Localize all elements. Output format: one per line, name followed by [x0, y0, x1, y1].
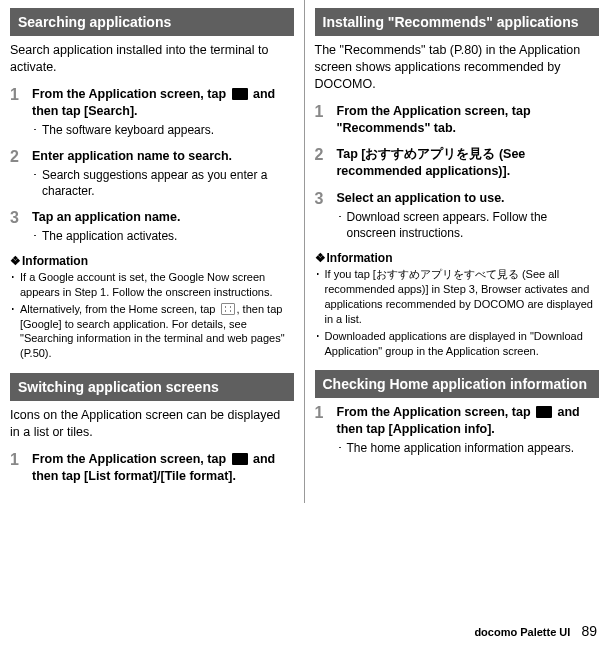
step-row: 1 From the Application screen, tap and t… — [10, 86, 294, 138]
section-header-installing: Installing "Recommends" applications — [315, 8, 600, 36]
step-title: Tap an application name. — [32, 209, 294, 226]
bullet-text: The home application information appears… — [347, 440, 600, 456]
information-heading: ❖Information — [10, 254, 294, 268]
step-bullet: ･ Search suggestions appear as you enter… — [32, 167, 294, 199]
step-row: 1 From the Application screen, tap and t… — [10, 451, 294, 485]
step-number: 1 — [10, 86, 32, 138]
bullet-dot: ･ — [32, 122, 42, 138]
step-row: 3 Select an application to use. ･ Downlo… — [315, 190, 600, 241]
step-bullet: ･ The software keyboard appears. — [32, 122, 294, 138]
step-number: 1 — [315, 103, 337, 137]
diamond-icon: ❖ — [10, 254, 21, 268]
step-title: Tap [おすすめアプリを見る (See recommended applica… — [337, 146, 600, 180]
info-text: Downloaded applications are displayed in… — [325, 329, 600, 359]
info-bullet: ･ If you tap [おすすめアプリをすべて見る (See all rec… — [315, 267, 600, 326]
bullet-dot: ･ — [315, 267, 325, 326]
step-row: 3 Tap an application name. ･ The applica… — [10, 209, 294, 244]
step-number: 3 — [10, 209, 32, 244]
searching-intro: Search application installed into the te… — [10, 42, 294, 76]
footer-label: docomo Palette UI — [474, 626, 570, 638]
step-bullet: ･ The home application information appea… — [337, 440, 600, 456]
info-bullet: ･ If a Google account is set, the Google… — [10, 270, 294, 300]
switching-intro: Icons on the Application screen can be d… — [10, 407, 294, 441]
step-title: From the Application screen, tap and the… — [337, 404, 600, 438]
menu-icon — [232, 453, 248, 465]
menu-icon — [536, 406, 552, 418]
bullet-dot: ･ — [10, 302, 20, 361]
step-number: 1 — [315, 404, 337, 456]
page-footer: docomo Palette UI 89 — [474, 623, 597, 639]
step-number: 1 — [10, 451, 32, 485]
bullet-text: The software keyboard appears. — [42, 122, 294, 138]
bullet-dot: ･ — [32, 228, 42, 244]
step-row: 1 From the Application screen, tap and t… — [315, 404, 600, 456]
bullet-text: Download screen appears. Follow the onsc… — [347, 209, 600, 241]
bullet-dot: ･ — [10, 270, 20, 300]
apps-grid-icon — [221, 303, 235, 315]
step-title: From the Application screen, tap and the… — [32, 451, 294, 485]
step-number: 3 — [315, 190, 337, 241]
section-header-checking: Checking Home application information — [315, 370, 600, 398]
step-row: 1 From the Application screen, tap "Reco… — [315, 103, 600, 137]
step-title-pre: From the Application screen, tap — [32, 452, 230, 466]
info-bullet: ･ Alternatively, from the Home screen, t… — [10, 302, 294, 361]
step-number: 2 — [315, 146, 337, 180]
information-heading: ❖Information — [315, 251, 600, 265]
bullet-text: Search suggestions appear as you enter a… — [42, 167, 294, 199]
step-title: Enter application name to search. — [32, 148, 294, 165]
step-bullet: ･ Download screen appears. Follow the on… — [337, 209, 600, 241]
step-title: From the Application screen, tap and the… — [32, 86, 294, 120]
info-text: If you tap [おすすめアプリをすべて見る (See all recom… — [325, 267, 600, 326]
bullet-dot: ･ — [32, 167, 42, 199]
step-title: From the Application screen, tap "Recomm… — [337, 103, 600, 137]
step-title: Select an application to use. — [337, 190, 600, 207]
bullet-dot: ･ — [337, 209, 347, 241]
info-text: If a Google account is set, the Google N… — [20, 270, 294, 300]
step-row: 2 Enter application name to search. ･ Se… — [10, 148, 294, 199]
section-header-searching: Searching applications — [10, 8, 294, 36]
step-number: 2 — [10, 148, 32, 199]
diamond-icon: ❖ — [315, 251, 326, 265]
information-label: Information — [327, 251, 393, 265]
step-row: 2 Tap [おすすめアプリを見る (See recommended appli… — [315, 146, 600, 180]
info-bullet: ･ Downloaded applications are displayed … — [315, 329, 600, 359]
bullet-text: The application activates. — [42, 228, 294, 244]
step-title-pre: From the Application screen, tap — [337, 405, 535, 419]
bullet-dot: ･ — [315, 329, 325, 359]
information-label: Information — [22, 254, 88, 268]
step-title-pre: From the Application screen, tap — [32, 87, 230, 101]
installing-intro: The "Recommends" tab (P.80) in the Appli… — [315, 42, 600, 93]
menu-icon — [232, 88, 248, 100]
section-header-switching: Switching application screens — [10, 373, 294, 401]
page-number: 89 — [581, 623, 597, 639]
info-text: Alternatively, from the Home screen, tap… — [20, 302, 294, 361]
step-bullet: ･ The application activates. — [32, 228, 294, 244]
bullet-dot: ･ — [337, 440, 347, 456]
